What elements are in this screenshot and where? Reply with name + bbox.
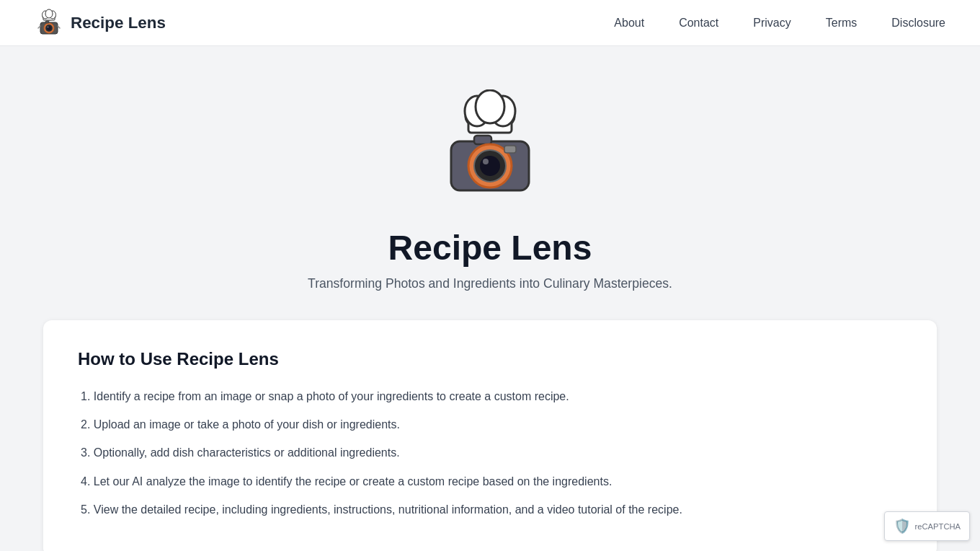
svg-point-23 xyxy=(483,159,489,164)
hero-subtitle: Transforming Photos and Ingredients into… xyxy=(308,276,672,291)
how-to-title: How to Use Recipe Lens xyxy=(78,349,902,369)
hero-logo-icon xyxy=(432,89,548,205)
how-to-step-2: Upload an image or take a photo of your … xyxy=(78,415,902,434)
svg-point-9 xyxy=(48,26,49,27)
navbar: Recipe Lens About Contact Privacy Terms … xyxy=(0,0,980,46)
how-to-card: How to Use Recipe Lens Identify a recipe… xyxy=(43,320,937,551)
nav-link-disclosure[interactable]: Disclosure xyxy=(891,17,945,30)
recaptcha-badge: 🛡️ reCAPTCHA xyxy=(884,511,970,541)
nav-link-terms[interactable]: Terms xyxy=(826,17,858,30)
how-to-list: Identify a recipe from an image or snap … xyxy=(78,387,902,519)
svg-point-22 xyxy=(480,156,500,176)
svg-rect-19 xyxy=(474,136,491,144)
nav-link-about[interactable]: About xyxy=(614,17,644,30)
svg-rect-24 xyxy=(504,146,516,153)
svg-rect-10 xyxy=(45,21,49,23)
how-to-step-5: View the detailed recipe, including ingr… xyxy=(78,500,902,519)
svg-point-17 xyxy=(476,90,504,123)
nav-link-privacy[interactable]: Privacy xyxy=(753,17,790,30)
nav-link-contact[interactable]: Contact xyxy=(679,17,718,30)
recaptcha-logo-icon: 🛡️ xyxy=(894,518,911,534)
svg-point-4 xyxy=(45,9,53,18)
nav-links: About Contact Privacy Terms Disclosure xyxy=(614,17,945,30)
nav-brand[interactable]: Recipe Lens xyxy=(35,9,166,38)
recaptcha-label: reCAPTCHA xyxy=(915,522,961,531)
brand-logo-icon xyxy=(35,9,63,38)
how-to-step-3: Optionally, add dish characteristics or … xyxy=(78,443,902,462)
brand-name: Recipe Lens xyxy=(71,14,166,32)
how-to-step-1: Identify a recipe from an image or snap … xyxy=(78,387,902,406)
how-to-step-4: Let our AI analyze the image to identify… xyxy=(78,472,902,491)
hero-title: Recipe Lens xyxy=(388,228,592,268)
main-content: Recipe Lens Transforming Photos and Ingr… xyxy=(0,46,980,551)
